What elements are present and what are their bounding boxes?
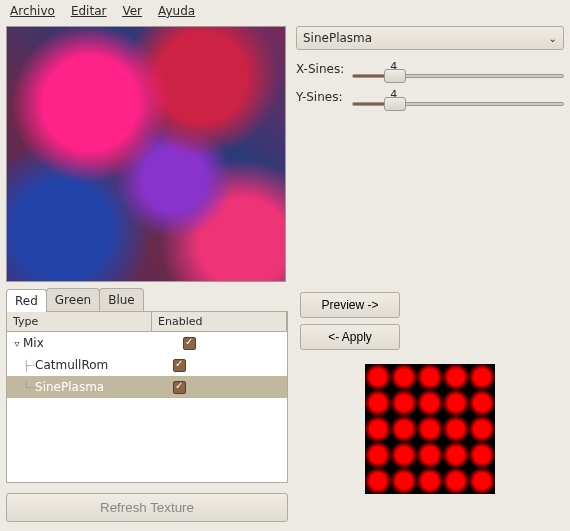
x-sines-slider[interactable]: 4 [352,60,564,78]
menu-edit[interactable]: Editar [71,4,107,18]
filter-list-panel: Type Enabled ▿ Mix ├┄ CatmullRom [6,312,288,483]
tree-row-mix[interactable]: ▿ Mix [7,332,287,354]
filter-preview-small [365,364,495,494]
tree-branch-icon: └┄ [23,382,35,393]
slider-thumb[interactable] [384,97,406,111]
texture-preview-large [6,26,286,282]
tree-row-sineplasma[interactable]: └┄ SinePlasma [7,376,287,398]
x-sines-label: X-Sines: [296,62,346,76]
menu-view[interactable]: Ver [122,4,142,18]
preview-button[interactable]: Preview -> [300,292,400,318]
tree-branch-icon: ├┄ [23,360,35,371]
menu-file[interactable]: Archivo [10,4,55,18]
column-header-type[interactable]: Type [7,312,152,331]
menu-help[interactable]: Ayuda [158,4,195,18]
y-sines-label: Y-Sines: [296,90,346,104]
checkbox-enabled[interactable] [183,337,196,350]
y-sines-slider[interactable]: 4 [352,88,564,106]
tab-blue[interactable]: Blue [99,288,144,311]
menubar: Archivo Editar Ver Ayuda [0,0,570,22]
filter-type-dropdown[interactable]: SinePlasma ⌄ [296,26,564,50]
channel-tabs: Red Green Blue [6,288,288,312]
column-header-enabled[interactable]: Enabled [152,312,287,331]
tree-label: CatmullRom [35,358,153,372]
tree-label: SinePlasma [35,380,153,394]
tab-green[interactable]: Green [46,288,100,311]
chevron-down-icon: ⌄ [549,33,557,44]
filter-tree[interactable]: ▿ Mix ├┄ CatmullRom └┄ SinePlasma [7,332,287,482]
checkbox-enabled[interactable] [173,359,186,372]
tab-red[interactable]: Red [6,289,47,312]
tree-expand-icon[interactable]: ▿ [11,338,23,349]
refresh-texture-button[interactable]: Refresh Texture [6,493,288,522]
tree-row-catmullrom[interactable]: ├┄ CatmullRom [7,354,287,376]
slider-thumb[interactable] [384,69,406,83]
dropdown-selected-label: SinePlasma [303,31,549,45]
tree-label: Mix [23,336,163,350]
checkbox-enabled[interactable] [173,381,186,394]
apply-button[interactable]: <- Apply [300,324,400,350]
